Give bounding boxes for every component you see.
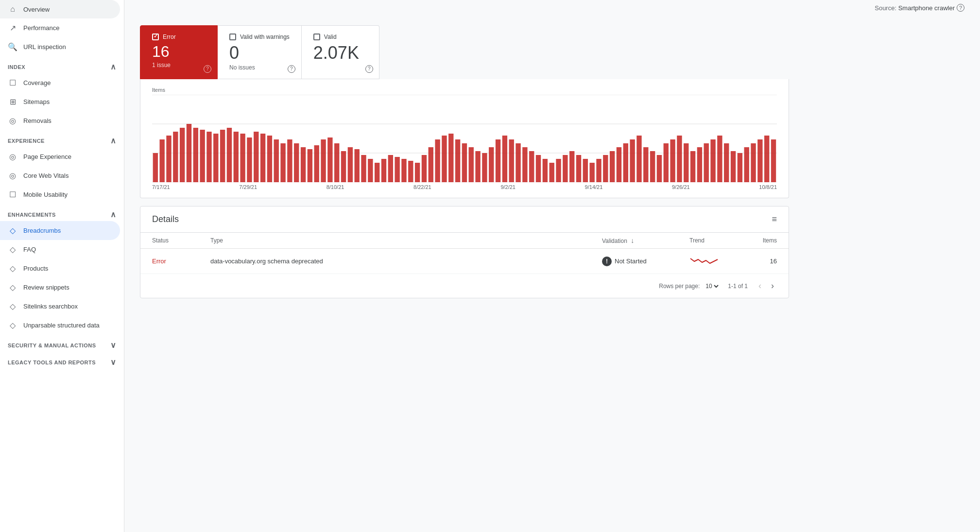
sidebar-label-sitemaps: Sitemaps — [23, 98, 50, 105]
sidebar-label-breadcrumbs: Breadcrumbs — [23, 227, 61, 234]
validation-sort-icon[interactable]: ↓ — [631, 237, 634, 244]
svg-rect-39 — [361, 155, 366, 182]
svg-rect-15 — [200, 130, 205, 182]
stat-cards: ✓ Error 16 1 issue ? Valid with warnings… — [140, 25, 789, 79]
svg-rect-76 — [610, 151, 615, 182]
warning-help-icon[interactable]: ? — [288, 65, 295, 73]
valid-card[interactable]: Valid 2.07K ? — [302, 25, 379, 79]
svg-rect-44 — [395, 157, 399, 182]
sidebar-item-performance[interactable]: ↗ Performance — [0, 18, 120, 37]
validation-badge: ! Not Started — [602, 257, 689, 266]
svg-rect-87 — [684, 143, 688, 182]
svg-rect-88 — [690, 151, 695, 182]
svg-rect-20 — [234, 132, 239, 182]
sidebar-label-sitelinks: Sitelinks searchbox — [23, 303, 78, 310]
sidebar-item-core-web-vitals[interactable]: ◎ Core Web Vitals — [0, 166, 120, 185]
svg-rect-74 — [596, 159, 601, 182]
error-help-icon[interactable]: ? — [204, 65, 211, 73]
sidebar-label-review-snippets: Review snippets — [23, 284, 69, 291]
svg-rect-72 — [583, 159, 588, 182]
filter-icon[interactable]: ≡ — [772, 214, 777, 224]
enhancements-section-label: Enhancements — [8, 212, 56, 218]
svg-rect-35 — [334, 143, 339, 182]
page-nav: ‹ › — [756, 280, 777, 292]
experience-section-label: Experience — [8, 138, 45, 144]
svg-rect-80 — [636, 136, 641, 182]
breadcrumbs-icon: ◇ — [8, 226, 17, 235]
validation-text: Not Started — [615, 257, 647, 265]
coverage-icon: ☐ — [8, 78, 17, 87]
source-prefix: Source: — [875, 4, 896, 12]
svg-rect-94 — [731, 151, 736, 182]
details-header: Details ≡ — [140, 206, 789, 233]
sidebar-item-unparsable[interactable]: ◇ Unparsable structured data — [0, 316, 120, 335]
svg-rect-79 — [630, 139, 635, 182]
main-content: Source: Smartphone crawler ? ✓ Error 16 … — [124, 0, 980, 532]
svg-rect-23 — [254, 132, 258, 182]
sidebar-item-review-snippets[interactable]: ◇ Review snippets — [0, 278, 120, 297]
svg-rect-56 — [475, 151, 480, 182]
rows-per-page-select[interactable]: 10 25 50 — [704, 282, 720, 290]
sidebar-item-sitelinks-searchbox[interactable]: ◇ Sitelinks searchbox — [0, 297, 120, 316]
sidebar-item-products[interactable]: ◇ Products — [0, 259, 120, 278]
svg-rect-51 — [442, 136, 447, 182]
svg-rect-52 — [448, 134, 453, 182]
table-row[interactable]: Error data-vocabulary.org schema depreca… — [140, 249, 789, 274]
col-header-type: Type — [210, 237, 602, 244]
warning-label-text: Valid with warnings — [240, 34, 290, 40]
sidebar-item-url-inspection[interactable]: 🔍 URL inspection — [0, 37, 120, 56]
chart-x-labels: 7/17/21 7/29/21 8/10/21 8/22/21 9/2/21 9… — [152, 184, 777, 190]
svg-rect-21 — [240, 134, 245, 182]
sidebar-item-page-experience[interactable]: ◎ Page Experience — [0, 147, 120, 166]
warning-value: 0 — [229, 42, 290, 63]
sidebar-label-page-experience: Page Experience — [23, 153, 71, 160]
svg-rect-31 — [308, 149, 312, 182]
col-header-items: Items — [748, 237, 777, 244]
sidebar-item-mobile-usability[interactable]: ☐ Mobile Usability — [0, 185, 120, 204]
svg-rect-14 — [193, 128, 198, 182]
valid-help-icon[interactable]: ? — [365, 65, 373, 73]
svg-rect-16 — [206, 132, 211, 182]
source-help-icon[interactable]: ? — [957, 4, 964, 12]
prev-page-button[interactable]: ‹ — [756, 280, 764, 292]
sidebar-item-removals[interactable]: ◎ Removals — [0, 111, 120, 130]
sidebar-item-sitemaps[interactable]: ⊞ Sitemaps — [0, 92, 120, 111]
sidebar-item-coverage[interactable]: ☐ Coverage — [0, 73, 120, 92]
mobile-usability-icon: ☐ — [8, 190, 17, 199]
svg-rect-98 — [757, 139, 762, 182]
pagination: Rows per page: 10 25 50 1-1 of 1 ‹ › — [140, 274, 789, 298]
warning-card[interactable]: Valid with warnings 0 No issues ? — [218, 25, 302, 79]
sidebar-label-faq: FAQ — [23, 246, 36, 253]
svg-rect-97 — [751, 143, 756, 182]
row-trend — [689, 255, 748, 268]
svg-rect-36 — [341, 151, 346, 182]
index-section-label: Index — [8, 64, 25, 70]
svg-rect-67 — [550, 163, 554, 182]
sidebar-item-faq[interactable]: ◇ FAQ — [0, 240, 120, 259]
security-toggle-icon[interactable]: ∨ — [110, 341, 117, 350]
error-card[interactable]: ✓ Error 16 1 issue ? — [140, 25, 218, 79]
index-toggle-icon[interactable]: ∧ — [110, 62, 117, 71]
sidebar-label-mobile-usability: Mobile Usability — [23, 191, 68, 198]
svg-rect-62 — [516, 143, 520, 182]
core-web-vitals-icon: ◎ — [8, 171, 17, 180]
svg-rect-70 — [569, 151, 574, 182]
legacy-toggle-icon[interactable]: ∨ — [110, 358, 117, 367]
warning-sub: No issues — [229, 64, 290, 71]
svg-rect-91 — [710, 139, 715, 182]
svg-rect-57 — [482, 153, 487, 182]
faq-icon: ◇ — [8, 245, 17, 254]
enhancements-toggle-icon[interactable]: ∧ — [110, 210, 117, 219]
row-status: Error — [152, 257, 210, 265]
svg-rect-71 — [576, 155, 581, 182]
sidebar-item-breadcrumbs[interactable]: ◇ Breadcrumbs — [0, 221, 120, 240]
experience-toggle-icon[interactable]: ∧ — [110, 136, 117, 145]
svg-rect-42 — [381, 159, 386, 182]
svg-rect-25 — [267, 136, 272, 182]
svg-rect-46 — [408, 161, 413, 182]
next-page-button[interactable]: › — [768, 280, 777, 292]
sidebar-item-overview[interactable]: ⌂ Overview — [0, 0, 120, 18]
svg-rect-26 — [274, 139, 279, 182]
svg-rect-90 — [704, 143, 709, 182]
svg-rect-73 — [589, 163, 594, 182]
